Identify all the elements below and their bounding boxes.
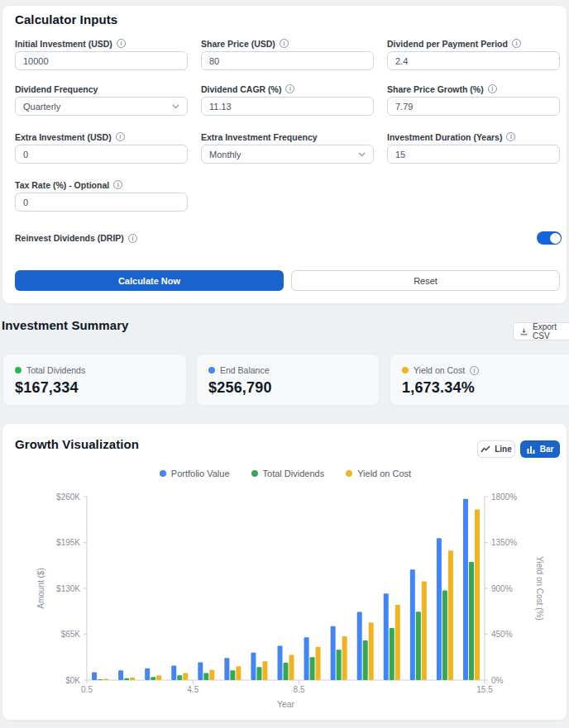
chart-bar-total-dividends[interactable]	[416, 611, 421, 680]
chart-bar-portfolio-value[interactable]	[463, 499, 468, 680]
chart-bar-portfolio-value[interactable]	[331, 626, 336, 680]
chevron-down-icon	[358, 152, 366, 157]
y-tick-label: $0K	[65, 676, 80, 685]
chart-bar-yield-on-cost[interactable]	[316, 647, 321, 680]
dividend-frequency-select[interactable]: Quarterly	[15, 97, 188, 116]
chart-bar-total-dividends[interactable]	[124, 678, 129, 680]
legend-dot-icon	[346, 470, 352, 477]
chart-bar-portfolio-value[interactable]	[145, 669, 150, 680]
bar-chart-icon	[527, 445, 536, 454]
chart-bar-total-dividends[interactable]	[98, 679, 103, 680]
chart-bar-total-dividends[interactable]	[203, 673, 208, 680]
chart-bar-yield-on-cost[interactable]	[156, 675, 161, 680]
dividend-per-period-input[interactable]	[387, 51, 560, 70]
drip-row: Reinvest Dividends (DRIP)i	[15, 231, 562, 245]
chart-bar-yield-on-cost[interactable]	[103, 679, 108, 680]
info-icon[interactable]: i	[113, 180, 122, 189]
card-label: Yield on Cost	[414, 365, 465, 375]
field-label: Extra Investment (USD)	[15, 132, 112, 142]
info-icon[interactable]: i	[285, 84, 294, 93]
calculate-now-button[interactable]: Calculate Now	[15, 270, 284, 291]
chart-bar-total-dividends[interactable]	[310, 657, 315, 680]
chart-bar-yield-on-cost[interactable]	[289, 655, 294, 680]
field-label: Investment Duration (Years)	[387, 132, 502, 142]
chart-bar-portfolio-value[interactable]	[357, 612, 362, 680]
legend-label: Total Dividends	[263, 469, 325, 478]
info-icon[interactable]: i	[488, 84, 497, 93]
bar-chart-button[interactable]: Bar	[520, 440, 560, 458]
chart-bar-portfolio-value[interactable]	[92, 672, 97, 680]
chart-bar-yield-on-cost[interactable]	[209, 670, 214, 680]
chart-bar-yield-on-cost[interactable]	[369, 623, 374, 680]
reset-button[interactable]: Reset	[291, 270, 560, 291]
field-dividend-cagr: Dividend CAGR (%)i	[201, 83, 374, 116]
initial-investment-input[interactable]	[15, 51, 188, 70]
info-icon[interactable]: i	[116, 132, 125, 141]
chart-bar-portfolio-value[interactable]	[224, 658, 229, 680]
y-tick-label: 450%	[491, 630, 513, 639]
chart-bar-total-dividends[interactable]	[256, 667, 261, 680]
line-chart-button[interactable]: Line	[477, 440, 515, 458]
chart-bar-portfolio-value[interactable]	[410, 569, 415, 680]
chart-bar-portfolio-value[interactable]	[171, 665, 176, 680]
chart-title: Growth Visualization	[15, 437, 139, 452]
chart-bar-yield-on-cost[interactable]	[262, 661, 267, 680]
extra-investment-frequency-select[interactable]: Monthly	[201, 145, 374, 164]
share-price-input[interactable]	[201, 51, 374, 70]
form-row-3: Extra Investment (USD)i Extra Investment…	[15, 131, 560, 164]
info-icon[interactable]: i	[512, 39, 521, 48]
y-tick-label: 1800%	[491, 492, 517, 502]
growth-visualization-card: Growth Visualization Line Bar Portfolio …	[2, 423, 567, 721]
tax-rate-input[interactable]	[15, 193, 188, 212]
blue-dot-icon	[208, 367, 215, 374]
chart-bar-portfolio-value[interactable]	[278, 646, 283, 680]
chart-bar-portfolio-value[interactable]	[198, 662, 203, 680]
chart-bar-total-dividends[interactable]	[177, 675, 182, 680]
chart-bar-portfolio-value[interactable]	[251, 653, 256, 680]
extra-investment-input[interactable]	[15, 145, 188, 164]
download-icon	[520, 327, 528, 336]
field-label: Share Price (USD)	[201, 39, 275, 49]
y-tick-label: 0%	[491, 676, 504, 685]
chart-bar-portfolio-value[interactable]	[118, 670, 123, 680]
share-price-growth-input[interactable]	[387, 97, 560, 116]
end-balance-card: End Balance $256,790	[196, 354, 380, 406]
export-csv-button[interactable]: Export CSV	[513, 322, 569, 340]
info-icon[interactable]: i	[128, 234, 137, 243]
info-icon[interactable]: i	[470, 366, 479, 375]
info-icon[interactable]: i	[280, 39, 289, 48]
chart-bar-yield-on-cost[interactable]	[475, 510, 480, 680]
info-icon[interactable]: i	[117, 39, 126, 48]
legend-item-total-dividends[interactable]: Total Dividends	[251, 469, 325, 478]
chart-bar-total-dividends[interactable]	[442, 590, 447, 680]
chart-bar-total-dividends[interactable]	[151, 677, 155, 680]
field-label: Extra Investment Frequency	[201, 132, 318, 142]
growth-chart: $0K$65K$130K$195K$260K0%450%900%1350%180…	[2, 482, 568, 720]
field-label: Dividend CAGR (%)	[201, 84, 281, 94]
chart-bar-yield-on-cost[interactable]	[342, 636, 347, 680]
chart-bar-total-dividends[interactable]	[363, 640, 368, 680]
legend-item-portfolio-value[interactable]: Portfolio Value	[160, 469, 230, 478]
chart-bar-portfolio-value[interactable]	[384, 593, 389, 680]
toggle-knob	[550, 233, 561, 244]
chart-bar-total-dividends[interactable]	[390, 628, 394, 680]
drip-toggle[interactable]	[537, 231, 562, 245]
chart-bar-portfolio-value[interactable]	[437, 538, 442, 680]
chart-bar-yield-on-cost[interactable]	[183, 673, 188, 680]
legend-item-yield-on-cost[interactable]: Yield on Cost	[346, 469, 411, 478]
investment-duration-input[interactable]	[387, 145, 560, 164]
x-tick-label: 4.5	[187, 685, 198, 694]
chart-bar-total-dividends[interactable]	[469, 562, 474, 680]
chart-bar-yield-on-cost[interactable]	[448, 550, 453, 680]
chart-bar-total-dividends[interactable]	[230, 670, 235, 680]
chart-bar-yield-on-cost[interactable]	[130, 678, 135, 680]
chart-bar-yield-on-cost[interactable]	[422, 582, 427, 680]
chart-bar-yield-on-cost[interactable]	[395, 605, 400, 680]
chart-bar-total-dividends[interactable]	[284, 663, 289, 680]
chart-bar-yield-on-cost[interactable]	[236, 666, 241, 680]
info-icon[interactable]: i	[506, 132, 515, 141]
dividend-cagr-input[interactable]	[201, 97, 374, 116]
chart-bar-portfolio-value[interactable]	[304, 637, 309, 680]
chart-bar-total-dividends[interactable]	[337, 649, 342, 680]
field-extra-investment: Extra Investment (USD)i	[15, 131, 188, 164]
